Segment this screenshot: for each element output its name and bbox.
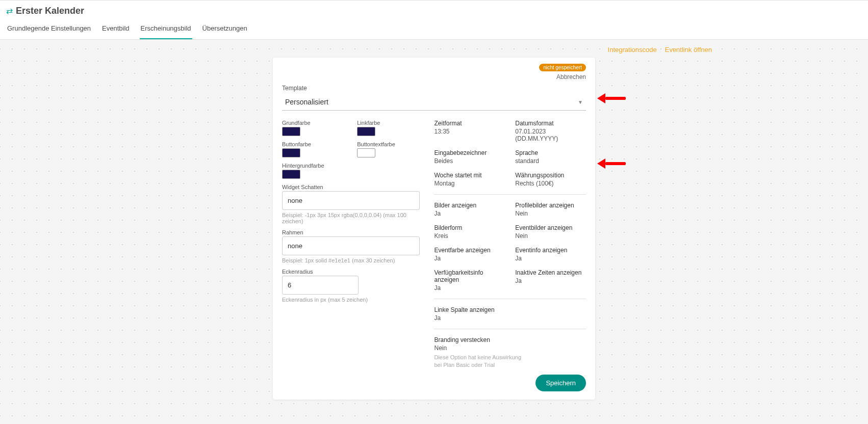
title-row: ⇄ Erster Kalender	[0, 1, 868, 19]
separator	[434, 194, 586, 195]
info-profilbilder[interactable]: Profilebilder anzeigen Nein	[515, 202, 586, 217]
info-eingabe[interactable]: Eingabebezeichner Beides	[434, 149, 505, 165]
linkfarbe-swatch[interactable]	[357, 127, 375, 136]
info-branding[interactable]: Branding verstecken Nein Diese Option ha…	[434, 336, 586, 369]
left-column: Grundfarbe Linkfarbe Buttonfarbe Buttont…	[282, 120, 420, 391]
buttonfarbe-label: Buttonfarbe	[282, 141, 345, 147]
card-top: nicht gespeichert Abbrechen	[282, 64, 586, 81]
grundfarbe-label: Grundfarbe	[282, 120, 345, 126]
info-verfug[interactable]: Verfügbarkeitsinfo anzeigen Ja	[434, 269, 505, 292]
chevron-down-icon: ▼	[578, 99, 583, 105]
linkfarbe-label: Linkfarbe	[357, 120, 420, 126]
info-eventbilder[interactable]: Eventbilder anzeigen Nein	[515, 224, 586, 240]
info-linke-spalte[interactable]: Linke Spalte anzeigen Ja	[434, 306, 505, 322]
info-inaktiv[interactable]: Inaktive Zeiten anzeigen Ja	[515, 269, 586, 292]
swap-icon: ⇄	[6, 6, 13, 16]
buttonfarbe-swatch[interactable]	[282, 148, 300, 157]
buttontext-swatch[interactable]	[357, 148, 375, 157]
hintergrund-swatch[interactable]	[282, 170, 300, 179]
tab-erscheinungsbild[interactable]: Erscheinungsbild	[140, 19, 192, 39]
page-header: ⇄ Erster Kalender Grundlegende Einstellu…	[0, 0, 868, 40]
buttontext-label: Buttontextfarbe	[357, 141, 420, 147]
info-eventfarbe[interactable]: Eventfarbe anzeigen Ja	[434, 247, 505, 262]
page-title: Erster Kalender	[16, 6, 84, 16]
info-bildform[interactable]: Bilderform Kreis	[434, 224, 505, 240]
settings-columns: Grundfarbe Linkfarbe Buttonfarbe Buttont…	[282, 120, 586, 391]
widget-shadow-label: Widget Schatten	[282, 184, 420, 190]
separator	[434, 329, 586, 329]
tab-uebersetzungen[interactable]: Übersetzungen	[201, 19, 248, 39]
info-woche[interactable]: Woche startet mit Montag	[434, 172, 505, 187]
frame-label: Rahmen	[282, 229, 420, 235]
tab-eventbild[interactable]: Eventbild	[101, 19, 130, 39]
info-wahrung[interactable]: Währungsposition Rechts (100€)	[515, 172, 586, 187]
widget-shadow-hint: Beispiel: -1px 3px 15px rgba(0,0,0,0.04)…	[282, 212, 420, 224]
corner-label: Eckenradius	[282, 269, 420, 275]
link-eventlink[interactable]: Eventlink öffnen	[665, 46, 712, 54]
info-zeitformat[interactable]: Zeitformat 13:35	[434, 120, 505, 142]
template-select[interactable]: Personalisiert ▼	[282, 94, 586, 111]
branding-note: Diese Option hat keine Auswirkung bei Pl…	[434, 354, 526, 369]
frame-input[interactable]	[282, 236, 420, 255]
link-integrationscode[interactable]: Integrationscode	[608, 46, 657, 54]
corner-hint: Eckenradius in px (max 5 zeichen)	[282, 297, 420, 303]
settings-card: nicht gespeichert Abbrechen Template Per…	[273, 58, 595, 400]
hintergrund-label: Hintergrundfarbe	[282, 163, 345, 169]
tabs: Grundlegende Einstellungen Eventbild Ers…	[0, 19, 868, 39]
frame-hint: Beispiel: 1px solid #e1e1e1 (max 30 zeic…	[282, 257, 420, 263]
info-bilder[interactable]: Bilder anzeigen Ja	[434, 202, 505, 217]
tab-grundlegende[interactable]: Grundlegende Einstellungen	[6, 19, 92, 39]
annotation-arrow-wahrung	[597, 158, 626, 169]
separator	[434, 299, 586, 299]
widget-shadow-input[interactable]	[282, 191, 420, 210]
page-links: Integrationscode Eventlink öffnen	[151, 46, 717, 54]
unsaved-badge: nicht gespeichert	[539, 64, 586, 71]
annotation-arrow-template	[597, 93, 626, 103]
template-value: Personalisiert	[285, 98, 328, 106]
cancel-link[interactable]: Abbrechen	[556, 73, 586, 81]
corner-input[interactable]	[282, 276, 359, 295]
info-datumsformat[interactable]: Datumsformat 07.01.2023 (DD.MM.YYYY)	[515, 120, 586, 142]
template-label: Template	[282, 85, 586, 92]
save-button[interactable]: Speichern	[535, 375, 586, 391]
right-column: Zeitformat 13:35 Datumsformat 07.01.2023…	[432, 120, 586, 391]
info-eventinfo[interactable]: Eventinfo anzeigen Ja	[515, 247, 586, 262]
info-sprache[interactable]: Sprache standard	[515, 149, 586, 165]
grundfarbe-swatch[interactable]	[282, 127, 300, 136]
